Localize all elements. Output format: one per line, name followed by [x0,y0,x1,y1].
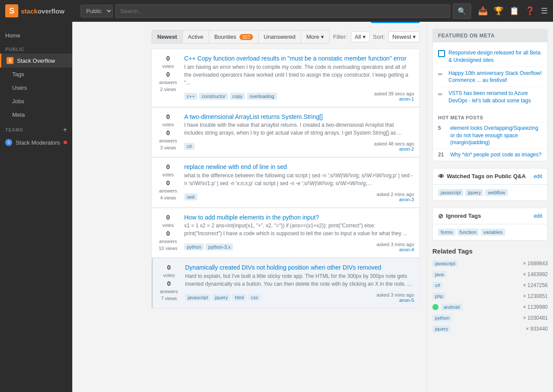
question-title[interactable]: Dynamically created DIVs not holding pos… [185,264,381,271]
watched-tags-list: javascriptjquerywebflow [433,185,547,200]
search-input[interactable] [115,4,450,18]
tag-overloading[interactable]: overloading [247,93,277,100]
question-title[interactable]: How to add multiple elements in the pyth… [184,214,319,221]
question-title[interactable]: replace newline with end of line in sed [184,163,287,170]
question-tags: javascriptjqueryhtmlcss [185,294,261,301]
tag-javascript[interactable]: javascript [185,294,210,301]
votes-count: 0 [166,54,170,62]
watched-tags-edit[interactable]: edit [534,173,542,179]
asked-time: asked 48 secs ago [374,141,414,146]
asker-name[interactable]: anon-3 [399,197,414,202]
views-count: 7 views [161,296,177,301]
tag-sed[interactable]: sed [184,193,197,200]
help-icon[interactable]: ❓ [525,6,535,16]
stack-moderators-icon: S [5,139,12,146]
add-team-button[interactable]: + [63,126,67,134]
featured-meta-body: Responsive design released for all Beta … [433,42,547,112]
related-tag-php[interactable]: php [432,293,445,300]
related-tag-javascript[interactable]: javascript [432,260,458,267]
answers-count: 0 [166,129,170,136]
meta-box-icon [438,50,445,57]
featured-meta-item[interactable]: ✏Happy 10th anniversary Stack Overflow! … [438,67,542,88]
hot-count: 21 [438,151,447,159]
asker-name[interactable]: anon-1 [399,96,414,101]
ignored-tag-function[interactable]: function [457,229,479,236]
sidebar-item-home[interactable]: Home [0,29,72,42]
featured-meta-item[interactable]: ✏VSTS has been renamed to Azure DevOps -… [438,87,542,107]
hot-meta-item[interactable]: 5element looks Overlapping/Squeezing or … [433,122,547,149]
inbox-icon[interactable]: 📥 [478,6,488,16]
meta-item-text: Responsive design released for all Beta … [448,49,542,64]
answers-count: 0 [166,179,170,186]
related-tag-java[interactable]: java [432,271,446,278]
tag-copy[interactable]: copy [230,93,245,100]
related-tag-python[interactable]: python [432,314,452,317]
question-stats: 0 votes 0 answers 4 views [157,163,179,202]
question-footer: pythonpython-3.x asked 3 mins ago anon-4 [184,240,414,252]
ignored-tags-edit[interactable]: edit [534,213,542,219]
question-body: Dynamically created DIVs not holding pos… [185,264,414,303]
question-tags: c# [184,143,195,150]
ignored-tag-variables[interactable]: variables [481,229,505,236]
watched-tag-javascript[interactable]: javascript [438,189,463,196]
tab-bounties[interactable]: Bounties 307 [209,30,259,44]
sidebar-item-stackoverflow[interactable]: S Stack Overflow [0,54,72,68]
asker-name[interactable]: anon-4 [399,247,414,252]
tag-html[interactable]: html [232,294,246,301]
question-title[interactable]: C++ Copy function overload results in "m… [184,55,406,62]
question-meta: asked 3 mins ago anon-4 [377,242,414,252]
ignored-title: ⊘ Ignored Tags [438,213,481,220]
sidebar-item-stack-moderators[interactable]: S Stack Moderators [0,135,72,149]
featured-meta-item[interactable]: Responsive design released for all Beta … [438,47,542,67]
stackoverflow-icon: S [7,57,13,64]
sort-dropdown[interactable]: Newest ▾ [388,31,420,42]
search-button[interactable]: 🔍 [453,3,471,19]
asker-name[interactable]: anon-5 [399,297,414,303]
tag-jquery[interactable]: jquery [212,294,230,301]
related-tag-c#[interactable]: c# [432,282,443,289]
asked-time: asked 2 mins ago [377,192,414,197]
tag-c#[interactable]: c# [184,143,195,150]
filter-dropdown[interactable]: All ▾ [351,31,370,42]
sidebar-section-public: PUBLIC [0,42,72,54]
trophy-icon[interactable]: 🏆 [494,6,503,16]
ignored-tag-forms[interactable]: forms [438,229,455,236]
asker-name[interactable]: anon-2 [399,146,414,152]
tag-python-3.x[interactable]: python-3.x [206,243,233,250]
hamburger-icon[interactable]: ☰ [541,6,548,16]
tab-active[interactable]: Active [182,30,209,44]
tag-c++[interactable]: c++ [184,93,197,100]
votes-label: votes [163,273,175,278]
sidebar-item-tags[interactable]: Tags [0,68,72,81]
question-tags: c++constructorcopyoverloading [184,93,277,100]
question-excerpt: I have trouble with the value that array… [184,121,414,137]
tab-newest[interactable]: Newest [152,30,183,44]
watched-tag-jquery[interactable]: jquery [465,189,483,196]
ignored-tags-widget: ⊘ Ignored Tags edit formsfunctionvariabl… [432,208,548,240]
question-item: 0 votes 0 answers 2 views C++ Copy funct… [152,49,420,107]
related-tag-item-php: php × 1230851 [432,291,548,302]
related-tags-header: Related Tags [432,247,548,258]
meta-item-text: Happy 10th anniversary Stack Overflow! C… [448,70,542,84]
sidebar-item-users[interactable]: Users [0,81,72,95]
answers-count: 0 [167,280,171,287]
tag-css[interactable]: css [248,294,261,301]
tab-more[interactable]: More ▾ [301,30,330,44]
sidebar-item-meta[interactable]: Meta [0,108,72,122]
tab-unanswered[interactable]: Unanswered [258,30,301,44]
hot-meta-text: Why *do* people post code as images? [450,151,541,159]
sidebar-item-jobs[interactable]: Jobs [0,95,72,108]
watched-tag-webflow[interactable]: webflow [485,189,508,196]
related-tags-list: javascript × 1689843 java × 1463992 c# ×… [432,258,548,317]
site-selector[interactable]: Public [81,5,113,17]
watched-tags-label: Watched Tags on Public Q&A [447,173,526,179]
hot-meta-item[interactable]: 21Why *do* people post code as images? [433,149,547,161]
views-count: 2 views [160,87,176,92]
tag-constructor[interactable]: constructor [199,93,228,100]
question-stats: 0 votes 0 answers 7 views [158,264,180,303]
related-tag-android[interactable]: android [441,304,462,311]
hot-meta-items: 5element looks Overlapping/Squeezing or … [433,122,547,161]
review-icon[interactable]: 📋 [509,6,519,16]
question-title[interactable]: A two-dimensional ArrayList returns Syst… [184,113,323,120]
tag-python[interactable]: python [184,243,204,250]
